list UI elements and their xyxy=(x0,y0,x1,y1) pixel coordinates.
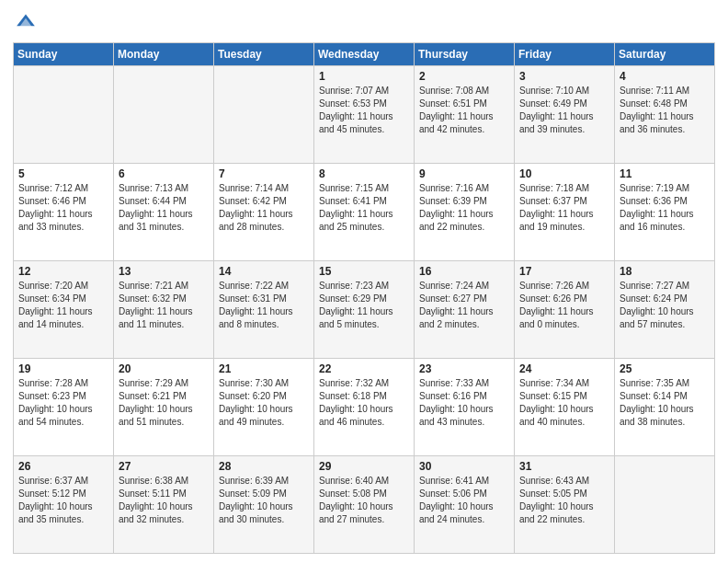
calendar-cell: 4Sunrise: 7:11 AM Sunset: 6:48 PM Daylig… xyxy=(615,66,715,164)
day-number: 18 xyxy=(620,265,710,278)
day-number: 12 xyxy=(18,265,108,278)
day-number: 4 xyxy=(620,70,710,83)
day-info: Sunrise: 7:12 AM Sunset: 6:46 PM Dayligh… xyxy=(18,182,108,234)
day-number: 5 xyxy=(18,167,108,180)
calendar-cell: 9Sunrise: 7:16 AM Sunset: 6:39 PM Daylig… xyxy=(415,164,515,261)
calendar-cell xyxy=(14,66,114,164)
calendar-cell: 18Sunrise: 7:27 AM Sunset: 6:24 PM Dayli… xyxy=(615,261,715,359)
day-number: 10 xyxy=(519,167,609,180)
day-info: Sunrise: 7:28 AM Sunset: 6:23 PM Dayligh… xyxy=(18,377,108,429)
day-number: 3 xyxy=(519,70,609,83)
day-info: Sunrise: 6:39 AM Sunset: 5:09 PM Dayligh… xyxy=(219,475,309,526)
day-number: 2 xyxy=(419,70,509,83)
day-number: 29 xyxy=(319,460,409,473)
week-row-4: 19Sunrise: 7:28 AM Sunset: 6:23 PM Dayli… xyxy=(14,359,715,456)
day-info: Sunrise: 7:10 AM Sunset: 6:49 PM Dayligh… xyxy=(519,85,609,136)
calendar-cell: 17Sunrise: 7:26 AM Sunset: 6:26 PM Dayli… xyxy=(515,261,615,359)
weekday-header-friday: Friday xyxy=(515,43,615,66)
calendar-cell xyxy=(615,456,715,554)
calendar-cell: 15Sunrise: 7:23 AM Sunset: 6:29 PM Dayli… xyxy=(314,261,415,359)
header xyxy=(13,9,715,35)
calendar-cell: 22Sunrise: 7:32 AM Sunset: 6:18 PM Dayli… xyxy=(314,359,415,456)
weekday-header-monday: Monday xyxy=(114,43,214,66)
calendar-cell: 27Sunrise: 6:38 AM Sunset: 5:11 PM Dayli… xyxy=(114,456,214,554)
day-number: 9 xyxy=(419,167,509,180)
day-number: 23 xyxy=(419,362,509,375)
day-info: Sunrise: 7:14 AM Sunset: 6:42 PM Dayligh… xyxy=(219,182,309,234)
calendar-cell: 20Sunrise: 7:29 AM Sunset: 6:21 PM Dayli… xyxy=(114,359,214,456)
day-number: 27 xyxy=(119,460,209,473)
calendar-cell: 3Sunrise: 7:10 AM Sunset: 6:49 PM Daylig… xyxy=(515,66,615,164)
day-info: Sunrise: 6:41 AM Sunset: 5:06 PM Dayligh… xyxy=(419,475,509,526)
calendar-cell: 19Sunrise: 7:28 AM Sunset: 6:23 PM Dayli… xyxy=(14,359,114,456)
calendar-cell: 10Sunrise: 7:18 AM Sunset: 6:37 PM Dayli… xyxy=(515,164,615,261)
day-info: Sunrise: 7:20 AM Sunset: 6:34 PM Dayligh… xyxy=(18,280,108,331)
day-info: Sunrise: 7:07 AM Sunset: 6:53 PM Dayligh… xyxy=(319,85,409,136)
day-number: 26 xyxy=(18,460,108,473)
day-number: 24 xyxy=(519,362,609,375)
calendar-cell: 29Sunrise: 6:40 AM Sunset: 5:08 PM Dayli… xyxy=(314,456,415,554)
day-number: 8 xyxy=(319,167,409,180)
calendar-cell: 24Sunrise: 7:34 AM Sunset: 6:15 PM Dayli… xyxy=(515,359,615,456)
week-row-1: 1Sunrise: 7:07 AM Sunset: 6:53 PM Daylig… xyxy=(14,66,715,164)
calendar-cell: 26Sunrise: 6:37 AM Sunset: 5:12 PM Dayli… xyxy=(14,456,114,554)
page: SundayMondayTuesdayWednesdayThursdayFrid… xyxy=(0,0,728,563)
weekday-header-row: SundayMondayTuesdayWednesdayThursdayFrid… xyxy=(14,43,715,66)
calendar-cell: 23Sunrise: 7:33 AM Sunset: 6:16 PM Dayli… xyxy=(415,359,515,456)
calendar-cell: 5Sunrise: 7:12 AM Sunset: 6:46 PM Daylig… xyxy=(14,164,114,261)
weekday-header-tuesday: Tuesday xyxy=(214,43,314,66)
calendar-cell: 30Sunrise: 6:41 AM Sunset: 5:06 PM Dayli… xyxy=(415,456,515,554)
day-info: Sunrise: 7:21 AM Sunset: 6:32 PM Dayligh… xyxy=(119,280,209,331)
week-row-2: 5Sunrise: 7:12 AM Sunset: 6:46 PM Daylig… xyxy=(14,164,715,261)
day-number: 7 xyxy=(219,167,309,180)
calendar-cell: 11Sunrise: 7:19 AM Sunset: 6:36 PM Dayli… xyxy=(615,164,715,261)
day-info: Sunrise: 6:43 AM Sunset: 5:05 PM Dayligh… xyxy=(519,475,609,526)
day-info: Sunrise: 6:40 AM Sunset: 5:08 PM Dayligh… xyxy=(319,475,409,526)
day-number: 25 xyxy=(620,362,710,375)
day-info: Sunrise: 7:22 AM Sunset: 6:31 PM Dayligh… xyxy=(219,280,309,331)
day-number: 1 xyxy=(319,70,409,83)
calendar-cell: 28Sunrise: 6:39 AM Sunset: 5:09 PM Dayli… xyxy=(214,456,314,554)
day-number: 20 xyxy=(119,362,209,375)
day-info: Sunrise: 7:19 AM Sunset: 6:36 PM Dayligh… xyxy=(620,182,710,234)
calendar-cell xyxy=(214,66,314,164)
calendar-cell: 8Sunrise: 7:15 AM Sunset: 6:41 PM Daylig… xyxy=(314,164,415,261)
calendar-cell: 1Sunrise: 7:07 AM Sunset: 6:53 PM Daylig… xyxy=(314,66,415,164)
calendar-cell: 16Sunrise: 7:24 AM Sunset: 6:27 PM Dayli… xyxy=(415,261,515,359)
day-info: Sunrise: 7:33 AM Sunset: 6:16 PM Dayligh… xyxy=(419,377,509,429)
weekday-header-sunday: Sunday xyxy=(14,43,114,66)
day-info: Sunrise: 7:32 AM Sunset: 6:18 PM Dayligh… xyxy=(319,377,409,429)
day-number: 31 xyxy=(519,460,609,473)
day-info: Sunrise: 7:23 AM Sunset: 6:29 PM Dayligh… xyxy=(319,280,409,331)
logo-icon xyxy=(13,9,39,35)
day-number: 19 xyxy=(18,362,108,375)
day-info: Sunrise: 7:08 AM Sunset: 6:51 PM Dayligh… xyxy=(419,85,509,136)
day-number: 16 xyxy=(419,265,509,278)
day-number: 21 xyxy=(219,362,309,375)
calendar-cell: 2Sunrise: 7:08 AM Sunset: 6:51 PM Daylig… xyxy=(415,66,515,164)
day-number: 17 xyxy=(519,265,609,278)
day-info: Sunrise: 7:15 AM Sunset: 6:41 PM Dayligh… xyxy=(319,182,409,234)
day-info: Sunrise: 7:11 AM Sunset: 6:48 PM Dayligh… xyxy=(620,85,710,136)
logo xyxy=(13,9,40,35)
day-info: Sunrise: 7:18 AM Sunset: 6:37 PM Dayligh… xyxy=(519,182,609,234)
day-number: 6 xyxy=(119,167,209,180)
day-info: Sunrise: 6:37 AM Sunset: 5:12 PM Dayligh… xyxy=(18,475,108,526)
calendar-cell: 25Sunrise: 7:35 AM Sunset: 6:14 PM Dayli… xyxy=(615,359,715,456)
weekday-header-wednesday: Wednesday xyxy=(314,43,415,66)
calendar-cell: 31Sunrise: 6:43 AM Sunset: 5:05 PM Dayli… xyxy=(515,456,615,554)
day-number: 15 xyxy=(319,265,409,278)
day-number: 22 xyxy=(319,362,409,375)
day-number: 28 xyxy=(219,460,309,473)
day-number: 30 xyxy=(419,460,509,473)
calendar-table: SundayMondayTuesdayWednesdayThursdayFrid… xyxy=(13,42,715,554)
day-info: Sunrise: 7:27 AM Sunset: 6:24 PM Dayligh… xyxy=(620,280,710,331)
calendar-cell: 14Sunrise: 7:22 AM Sunset: 6:31 PM Dayli… xyxy=(214,261,314,359)
calendar-cell: 13Sunrise: 7:21 AM Sunset: 6:32 PM Dayli… xyxy=(114,261,214,359)
day-number: 11 xyxy=(620,167,710,180)
week-row-3: 12Sunrise: 7:20 AM Sunset: 6:34 PM Dayli… xyxy=(14,261,715,359)
day-info: Sunrise: 7:16 AM Sunset: 6:39 PM Dayligh… xyxy=(419,182,509,234)
calendar-cell: 7Sunrise: 7:14 AM Sunset: 6:42 PM Daylig… xyxy=(214,164,314,261)
day-info: Sunrise: 7:13 AM Sunset: 6:44 PM Dayligh… xyxy=(119,182,209,234)
week-row-5: 26Sunrise: 6:37 AM Sunset: 5:12 PM Dayli… xyxy=(14,456,715,554)
